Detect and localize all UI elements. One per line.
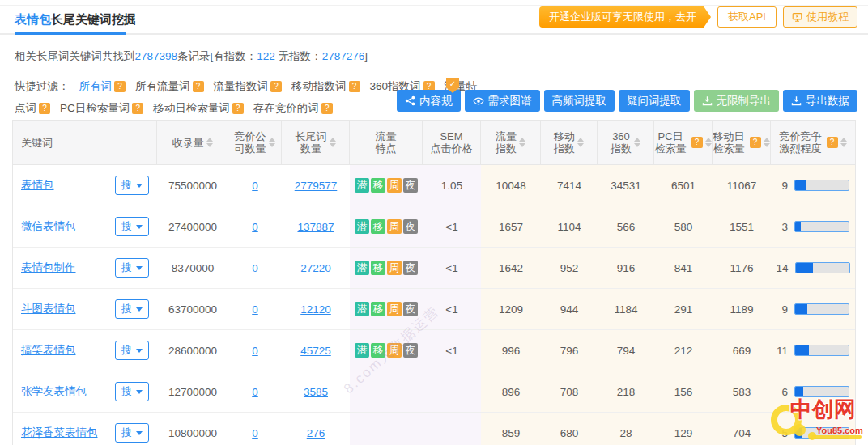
content-plan-button[interactable]: 内容规	[397, 90, 461, 112]
search-dropdown-button[interactable]: 搜	[115, 423, 149, 443]
competition-cell: 9	[771, 289, 855, 329]
export-data-button[interactable]: 导出数据	[783, 90, 857, 112]
pc-daily-search-cell: 841	[654, 248, 713, 288]
search-dropdown-button[interactable]: 搜	[115, 217, 149, 236]
competition-bar	[794, 345, 849, 356]
question-words-button[interactable]: 疑问词提取	[619, 90, 690, 112]
keyword-link[interactable]: 微信表情包	[21, 219, 76, 234]
competition-bar	[794, 221, 849, 232]
filter-link-6[interactable]: PC日检索量词	[60, 102, 130, 114]
caret-down-icon	[136, 307, 143, 312]
filter-link-7[interactable]: 移动日检索量词	[153, 102, 230, 114]
mobile-index-cell: 796	[541, 330, 598, 371]
col-header-6: 流量指数	[481, 121, 541, 164]
high-frequency-words-button[interactable]: 高频词提取	[544, 90, 615, 112]
pc-daily-search-cell: 580	[654, 206, 713, 247]
longtail-count-link[interactable]: 12120	[300, 303, 331, 316]
col-header-0: 关键词	[13, 121, 157, 164]
longtail-count-link[interactable]: 45725	[300, 345, 331, 357]
competition-bar-fill	[796, 263, 813, 273]
search-dropdown-button[interactable]: 搜	[115, 176, 149, 195]
flow-index-cell: 1657	[481, 206, 541, 247]
search-button-label: 搜	[121, 384, 132, 399]
help-icon[interactable]: ?	[349, 81, 360, 92]
tab-keyword-mining[interactable]: 表情包长尾关键词挖掘	[15, 12, 136, 28]
filter-link-2[interactable]: 流量指数词	[214, 80, 269, 92]
search-dropdown-button[interactable]: 搜	[115, 299, 149, 319]
bid-companies-link[interactable]: 0	[252, 180, 258, 192]
help-icon[interactable]: ?	[132, 103, 143, 114]
column-label: 关键词	[21, 137, 53, 149]
bid-companies-link[interactable]: 0	[252, 345, 258, 357]
search-dropdown-button[interactable]: 搜	[115, 382, 149, 401]
get-api-button[interactable]: 获取API	[717, 6, 777, 28]
sort-icon[interactable]	[840, 138, 847, 147]
competition-indicator: 9	[777, 180, 849, 192]
help-icon[interactable]: ?	[232, 103, 244, 114]
longtail-count-link[interactable]: 3585	[304, 386, 328, 398]
longtail-count-link[interactable]: 2779577	[295, 180, 338, 192]
sort-icon[interactable]	[206, 138, 213, 147]
keyword-link[interactable]: 张学友表情包	[21, 384, 87, 399]
search-dropdown-button[interactable]: 搜	[115, 258, 149, 278]
longtail-count-link[interactable]: 27220	[300, 262, 331, 274]
keyword-link[interactable]: 搞笑表情包	[21, 343, 76, 358]
traffic-tag: 潜	[355, 302, 369, 316]
column-label: 360指数	[611, 130, 632, 155]
traffic-tags-cell: 潜移周夜	[350, 248, 423, 288]
keyword-link[interactable]: 花泽香菜表情包	[21, 426, 98, 440]
keyword-link[interactable]: 斗图表情包	[21, 302, 76, 316]
keyword-link[interactable]: 表情包	[21, 178, 54, 193]
sort-icon[interactable]	[577, 138, 584, 147]
flow-index-cell: 896	[481, 371, 541, 412]
sort-icon[interactable]	[705, 138, 712, 147]
filter-link-8[interactable]: 存在竞价的词	[253, 102, 319, 114]
sem-price-cell: 1.05	[423, 165, 481, 206]
help-icon[interactable]: ?	[691, 137, 703, 148]
bid-companies-link-cell: 0	[228, 248, 282, 288]
sort-icon[interactable]	[330, 138, 336, 147]
help-icon[interactable]: ?	[321, 103, 333, 114]
table-body: 表情包搜7550000002779577潜移周夜1.05100487414345…	[13, 165, 855, 445]
demand-map-button[interactable]: 需求图谱	[465, 90, 540, 112]
longtail-count-link[interactable]: 137887	[297, 221, 334, 233]
keyword-link[interactable]: 表情包制作	[21, 261, 76, 275]
bid-companies-link[interactable]: 0	[252, 303, 258, 316]
upgrade-promo-ribbon[interactable]: 开通企业版可享无限使用，去开	[539, 6, 711, 28]
bid-companies-link[interactable]: 0	[252, 427, 258, 439]
help-icon[interactable]: ?	[39, 103, 50, 114]
longtail-count-link-cell: 45725	[282, 330, 350, 371]
bid-companies-link[interactable]: 0	[252, 221, 258, 233]
help-icon[interactable]: ?	[750, 137, 761, 148]
mobile-daily-search-cell: 583	[713, 371, 771, 412]
tab-title-keyword: 表情包	[15, 12, 51, 26]
bid-companies-link-cell: 0	[228, 413, 282, 445]
filter-link-1[interactable]: 所有流量词	[135, 80, 190, 92]
mobile-daily-search-cell: 1189	[713, 289, 771, 329]
help-icon[interactable]: ?	[193, 81, 204, 92]
longtail-count-link-cell: 3585	[282, 371, 350, 412]
filter-link-0[interactable]: 所有词	[79, 80, 113, 92]
help-icon[interactable]: ?	[270, 81, 282, 92]
column-label: 流量特点	[376, 130, 397, 155]
competition-bar-fill	[795, 428, 802, 438]
sort-icon[interactable]	[634, 138, 640, 147]
mobile-index-cell: 952	[541, 248, 598, 288]
tutorial-button[interactable]: 使用教程	[783, 6, 857, 28]
bid-companies-link[interactable]: 0	[252, 262, 258, 274]
sort-icon[interactable]	[519, 138, 525, 147]
bid-companies-link[interactable]: 0	[252, 386, 258, 398]
help-icon[interactable]: ?	[114, 81, 126, 92]
flow-index-cell: 859	[481, 413, 541, 445]
unlimited-export-button[interactable]: 无限制导出	[694, 90, 780, 112]
sort-icon[interactable]	[764, 138, 770, 147]
column-label: 收录量	[172, 137, 204, 149]
competition-indicator: 14	[776, 262, 849, 274]
longtail-count-link[interactable]: 276	[307, 427, 326, 439]
search-dropdown-button[interactable]: 搜	[115, 341, 149, 360]
sort-icon[interactable]	[269, 138, 275, 147]
longtail-count-link-cell: 137887	[282, 206, 350, 247]
help-icon[interactable]: ?	[827, 137, 838, 148]
search-button-label: 搜	[121, 426, 132, 440]
filter-link-3[interactable]: 移动指数词	[291, 80, 347, 92]
